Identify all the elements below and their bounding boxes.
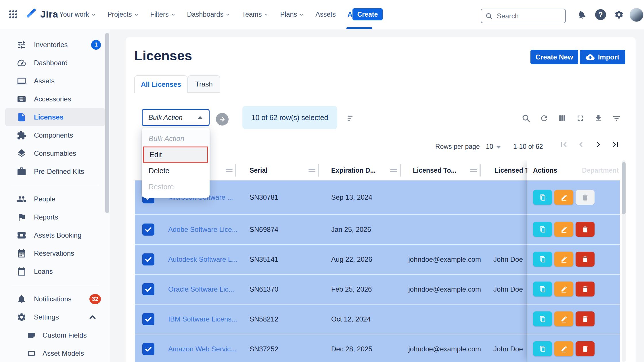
sidebar-item-notifications[interactable]: Notifications32 (5, 290, 105, 308)
sidebar-item-dashboard[interactable]: Dashboard (5, 54, 105, 72)
clone-button[interactable] (533, 341, 552, 356)
notifications-bell-icon[interactable] (576, 9, 588, 21)
nav-item-filters[interactable]: Filters (150, 0, 175, 29)
fullscreen-icon[interactable] (576, 114, 585, 123)
create-button[interactable]: Create (352, 8, 383, 20)
columns-icon[interactable] (558, 114, 567, 123)
sidebar-item-pre-defined-kits[interactable]: Pre-Defined Kits (5, 162, 105, 180)
sidebar-item-label: Settings (34, 313, 59, 321)
sidebar-item-assets[interactable]: Assets (5, 72, 105, 90)
sidebar-item-licenses[interactable]: Licenses (5, 108, 105, 126)
sidebar-scrollbar-thumb[interactable] (105, 33, 109, 213)
help-icon[interactable]: ? (595, 9, 606, 20)
sidebar-item-custom-fields[interactable]: Custom Fields (5, 326, 105, 344)
row-checkbox[interactable] (142, 253, 154, 265)
column-header-licensed-to[interactable]: Licensed To... (413, 160, 457, 180)
edit-button[interactable] (554, 311, 573, 326)
cell-expiration-date: Sep 13, 2024 (331, 193, 372, 201)
cell-serial: SN35141 (250, 255, 278, 263)
clone-button[interactable] (533, 252, 552, 267)
edit-button[interactable] (554, 341, 573, 356)
tab-all-licenses[interactable]: All Licenses (134, 75, 188, 93)
row-checkbox[interactable] (142, 283, 154, 295)
table-scrollbar-thumb[interactable] (622, 162, 626, 214)
row-checkbox[interactable] (142, 313, 154, 325)
sidebar-item-inventories[interactable]: Inventories1 (5, 36, 105, 54)
app-switcher-icon[interactable] (8, 9, 18, 20)
column-resize-handle[interactable] (226, 164, 236, 177)
clone-button[interactable] (533, 282, 552, 296)
row-checkbox[interactable] (142, 343, 154, 355)
edit-button[interactable] (554, 190, 573, 205)
prev-page-button[interactable] (576, 139, 586, 150)
sidebar-item-settings[interactable]: Settings (5, 308, 105, 326)
delete-button[interactable] (576, 341, 595, 356)
column-header-expiration[interactable]: Expiration D... (331, 160, 376, 180)
download-icon[interactable] (594, 114, 603, 123)
sidebar-item-components[interactable]: Components (5, 126, 105, 144)
table-scrollbar[interactable] (622, 160, 626, 362)
pencil-icon (560, 285, 568, 293)
sidebar-scrollbar[interactable] (105, 33, 109, 357)
column-header-licensed-name[interactable]: Licensed T (494, 160, 529, 180)
row-checkbox[interactable] (142, 224, 154, 236)
refresh-icon[interactable] (540, 114, 549, 123)
dropdown-option-delete[interactable]: Delete (142, 163, 210, 179)
table-search-icon[interactable] (522, 114, 530, 123)
filter-icon[interactable] (612, 114, 621, 123)
nav-item-dashboards[interactable]: Dashboards (187, 0, 230, 29)
rows-per-page-select[interactable]: 10 (486, 143, 501, 151)
tab-trash[interactable]: Trash (188, 75, 220, 93)
create-new-button[interactable]: Create New (530, 50, 578, 64)
jira-logo[interactable]: Jira (25, 7, 58, 21)
edit-button[interactable] (554, 252, 573, 267)
sidebar-item-accessories[interactable]: Accessories (5, 90, 105, 108)
cell-license-name[interactable]: Autodesk Software L... (168, 255, 237, 263)
column-resize-handle[interactable] (470, 164, 481, 177)
last-page-button[interactable] (610, 139, 621, 150)
sidebar-item-consumables[interactable]: Consumables (5, 144, 105, 162)
sidebar-item-assets-booking[interactable]: Assets Booking (5, 226, 105, 244)
next-page-button[interactable] (593, 139, 603, 150)
global-search[interactable] (481, 9, 566, 23)
sidebar-item-asset-models[interactable]: Asset Models (5, 344, 105, 362)
sidebar: Inventories1DashboardAssetsAccessoriesLi… (0, 29, 110, 362)
delete-button[interactable] (576, 282, 595, 296)
dropdown-option-restore: Restore (142, 179, 210, 195)
edit-button[interactable] (554, 222, 573, 237)
nav-item-projects[interactable]: Projects (108, 0, 139, 29)
cell-license-name[interactable]: Oracle Software Lic... (168, 285, 234, 293)
column-resize-handle[interactable] (308, 164, 319, 177)
sidebar-item-people[interactable]: People (5, 190, 105, 208)
nav-item-assets[interactable]: Assets (315, 0, 336, 29)
search-input[interactable] (496, 12, 549, 20)
nav-item-teams[interactable]: Teams (242, 0, 268, 29)
clone-button[interactable] (533, 190, 552, 205)
clone-button[interactable] (533, 222, 552, 237)
nav-item-label: Dashboards (187, 11, 224, 18)
pencil-icon (560, 226, 568, 233)
cell-license-name[interactable]: IBM Software Licens... (168, 315, 237, 323)
user-avatar[interactable] (630, 8, 643, 22)
column-resize-handle[interactable] (390, 164, 401, 177)
delete-button[interactable] (576, 222, 595, 237)
sidebar-item-loans[interactable]: Loans (5, 262, 105, 280)
apply-bulk-action-button[interactable] (216, 113, 229, 126)
cell-license-name[interactable]: Adobe Software Lice... (168, 226, 237, 234)
sidebar-item-reports[interactable]: Reports (5, 208, 105, 226)
import-button[interactable]: Import (580, 50, 625, 64)
nav-item-plans[interactable]: Plans (280, 0, 304, 29)
sort-lines-icon[interactable] (346, 114, 356, 123)
delete-button[interactable] (576, 311, 595, 326)
cell-license-name[interactable]: Amazon Web Servic... (168, 345, 236, 353)
sidebar-item-reservations[interactable]: Reservations (5, 244, 105, 262)
edit-button[interactable] (554, 282, 573, 296)
bulk-action-select[interactable]: Bulk Action (142, 109, 210, 126)
settings-gear-icon[interactable] (614, 10, 624, 20)
first-page-button[interactable] (559, 139, 569, 150)
column-header-serial[interactable]: Serial (250, 160, 268, 180)
delete-button[interactable] (576, 252, 595, 267)
dropdown-option-edit[interactable]: Edit (143, 147, 208, 163)
nav-item-your-work[interactable]: Your work (59, 0, 96, 29)
clone-button[interactable] (533, 311, 552, 326)
